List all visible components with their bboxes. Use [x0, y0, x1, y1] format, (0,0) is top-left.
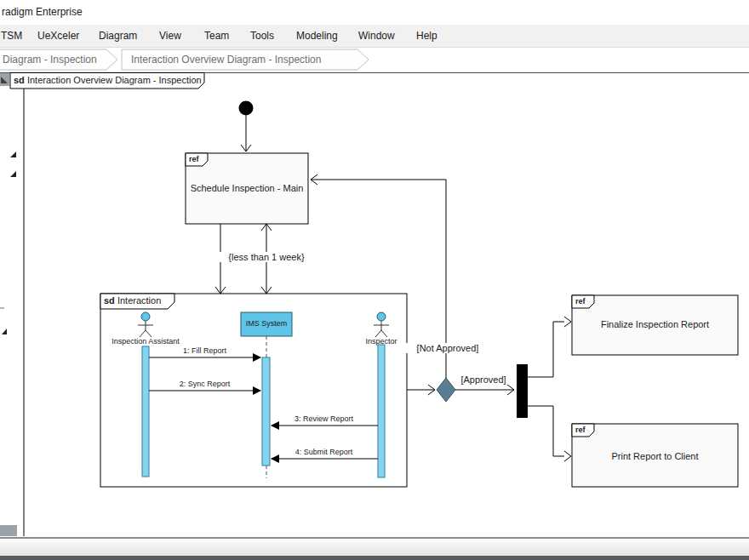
rail-arrow-icon-2[interactable]: [10, 171, 16, 177]
menu-item-tsm[interactable]: TSM: [1, 25, 22, 47]
arrowhead-into-print: [564, 451, 571, 461]
menu-bar: TSM UeXceler Diagram View Team Tools Mod…: [0, 25, 749, 48]
decision-node[interactable]: [437, 378, 455, 402]
ref-keyword-schedule: ref: [189, 155, 199, 163]
ref-label-finalize[interactable]: Finalize Inspection Report: [572, 319, 738, 329]
message-label-review-report[interactable]: 3: Review Report: [270, 414, 378, 423]
guard-label-not-approved[interactable]: [Not Approved]: [397, 343, 499, 353]
fork-node[interactable]: [517, 364, 528, 418]
rail-mark: [0, 307, 4, 309]
ref-keyword-finalize: ref: [575, 297, 586, 306]
menu-item-help[interactable]: Help: [416, 25, 437, 47]
menu-item-team[interactable]: Team: [204, 25, 229, 47]
breadcrumb-chevrons: [0, 48, 749, 72]
menu-item-uexceler[interactable]: UeXceler: [37, 25, 79, 47]
rail-arrow-icon-1[interactable]: [10, 151, 16, 157]
rail-arrow-icon-3[interactable]: [2, 329, 7, 334]
ref-label-schedule[interactable]: Schedule Inspection - Main: [186, 183, 308, 193]
frame-title: Interaction Overview Diagram - Inspectio…: [27, 75, 202, 85]
rail-bottom-handle[interactable]: [0, 525, 17, 536]
menu-item-diagram[interactable]: Diagram: [99, 25, 137, 47]
title-bar: radigm Enterprise: [0, 0, 749, 25]
initial-node[interactable]: [239, 101, 254, 116]
breadcrumb-item-current[interactable]: Interaction Overview Diagram - Inspectio…: [131, 48, 321, 71]
lifeline-label-ims-system[interactable]: IMS System: [241, 319, 292, 328]
window-title: radigm Enterprise: [2, 6, 83, 18]
message-label-sync-report[interactable]: 2: Sync Report: [149, 380, 260, 388]
breadcrumb: Diagram - Inspection Interaction Overvie…: [0, 48, 749, 72]
arrowhead-into-finalize: [564, 317, 571, 327]
ref-label-print[interactable]: Print Report to Client: [572, 451, 738, 461]
message-label-submit-report[interactable]: 4: Submit Report: [270, 448, 378, 456]
guard-label-approved[interactable]: [Approved]: [455, 374, 512, 385]
breadcrumb-item-parent[interactable]: Diagram - Inspection: [3, 48, 97, 71]
interaction-frame-label[interactable]: sd Interaction: [104, 295, 161, 306]
edge-fork-to-finalize[interactable]: [528, 322, 564, 377]
activation-bar-assistant[interactable]: [142, 346, 149, 477]
actor-label-assistant[interactable]: Inspection Assistant: [94, 337, 197, 346]
menu-item-tools[interactable]: Tools: [250, 25, 274, 47]
menu-item-view[interactable]: View: [159, 25, 181, 47]
ref-keyword-print: ref: [575, 426, 586, 434]
taskbar-strip: [0, 556, 749, 560]
interaction-keyword: sd: [104, 295, 115, 306]
interaction-title: Interaction: [117, 295, 161, 306]
message-label-fill-report[interactable]: 1: Fill Report: [149, 346, 260, 355]
activation-bar-inspector[interactable]: [378, 345, 385, 477]
diagram-frame-label[interactable]: sd Interaction Overview Diagram - Inspec…: [14, 75, 202, 85]
status-bar: [0, 537, 749, 556]
activation-bar-ims[interactable]: [262, 357, 270, 466]
menu-item-window[interactable]: Window: [358, 25, 395, 47]
menu-item-modeling[interactable]: Modeling: [296, 25, 338, 47]
frame-keyword: sd: [14, 75, 25, 85]
diagram-canvas[interactable]: sd Interaction Overview Diagram - Inspec…: [0, 72, 749, 537]
constraint-label[interactable]: {less than 1 week}: [215, 252, 317, 262]
edge-fork-to-print[interactable]: [528, 406, 564, 456]
